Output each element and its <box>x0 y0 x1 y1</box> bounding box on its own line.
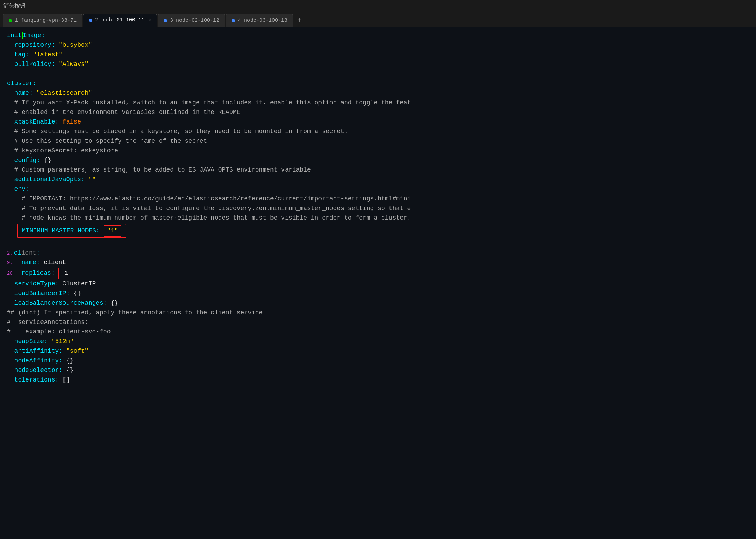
code-line-15: # Custom parameters, as string, to be ad… <box>7 165 756 175</box>
code-line-35: nodeSelector: {} <box>7 366 756 375</box>
code-area: initImage: repository: "busybox" tag: "l… <box>0 27 756 539</box>
code-line-9: # enabled in the environment variables o… <box>7 108 756 117</box>
code-line-20: # node knows the minimum number of maste… <box>7 213 756 223</box>
tab-1-label: 1 fanqiang-vpn-38-71 <box>15 17 77 23</box>
tab-3-label: 3 node-02-100-12 <box>170 17 219 23</box>
code-line-28: loadBalancerSourceRanges: {} <box>7 298 756 308</box>
code-line-30: # serviceAnnotations: <box>7 318 756 327</box>
code-line-10: xpackEnable: false <box>7 117 756 127</box>
code-text: initImage: <box>7 31 45 40</box>
code-line-12: # Use this setting to specify the name o… <box>7 137 756 146</box>
code-line-19: # To prevent data loss, it is vital to c… <box>7 204 756 213</box>
tab-2[interactable]: 2 node-01-100-11 ✕ <box>83 14 157 27</box>
code-line-33: antiAffinity: "soft" <box>7 347 756 356</box>
minimum-master-nodes-value-box: "1" <box>104 225 121 237</box>
code-line-3: tag: "latest" <box>7 50 756 60</box>
code-line-7: name: "elasticsearch" <box>7 89 756 98</box>
tab-3[interactable]: 3 node-02-100-12 <box>158 14 225 27</box>
new-tab-button[interactable]: + <box>294 14 305 27</box>
code-line-6: cluster: <box>7 79 756 89</box>
tab-2-label: 2 node-01-100-11 <box>95 17 144 23</box>
code-line-17: env: <box>7 185 756 194</box>
tab-1-dot <box>9 19 12 22</box>
code-line-34: nodeAffinity: {} <box>7 356 756 366</box>
tab-4-dot <box>232 19 235 22</box>
code-line-11: # Some settings must be placed in a keys… <box>7 127 756 137</box>
code-line-5 <box>7 69 756 79</box>
topbar-text: 箭头按钮。 <box>3 2 31 10</box>
code-line-22 <box>7 239 756 248</box>
code-line-27: loadBalancerIP: {} <box>7 289 756 298</box>
tab-2-dot <box>89 19 92 22</box>
code-line-23: 2. cl ient : <box>7 248 756 258</box>
code-line-25: 20 replicas: 1 <box>7 268 756 279</box>
topbar: 箭头按钮。 <box>0 0 756 12</box>
code-line-18: # IMPORTANT: https://www.elastic.co/guid… <box>7 194 756 204</box>
tab-2-close[interactable]: ✕ <box>149 17 151 23</box>
code-line-24: 9. name: client <box>7 258 756 268</box>
tab-4-label: 4 node-03-100-13 <box>238 17 287 23</box>
cursor <box>22 32 23 39</box>
code-line-32: heapSize: "512m" <box>7 337 756 347</box>
minimum-master-nodes-highlight: MINIMUM_MASTER_NODES: "1" <box>17 224 126 238</box>
tab-1[interactable]: 1 fanqiang-vpn-38-71 <box>3 14 82 27</box>
code-line-21: MINIMUM_MASTER_NODES: "1" <box>7 224 756 238</box>
tabbar: 1 fanqiang-vpn-38-71 2 node-01-100-11 ✕ … <box>0 12 756 27</box>
code-line-4: pullPolicy: "Always" <box>7 60 756 69</box>
tab-4[interactable]: 4 node-03-100-13 <box>226 14 293 27</box>
tab-3-dot <box>164 19 167 22</box>
code-line-36: tolerations: [] <box>7 375 756 385</box>
code-line-14: config: {} <box>7 156 756 165</box>
code-line-26: serviceType: ClusterIP <box>7 279 756 289</box>
code-line-31: # example: client-svc-foo <box>7 327 756 337</box>
code-line-8: # If you want X-Pack installed, switch t… <box>7 98 756 108</box>
replicas-value-box: 1 <box>58 268 74 279</box>
code-line-16: additionalJavaOpts: "" <box>7 175 756 185</box>
code-line-2: repository: "busybox" <box>7 40 756 50</box>
code-line-1: initImage: <box>7 31 756 40</box>
code-line-13: # keystoreSecret: eskeystore <box>7 146 756 156</box>
code-line-29: ## (dict) If specified, apply these anno… <box>7 308 756 318</box>
